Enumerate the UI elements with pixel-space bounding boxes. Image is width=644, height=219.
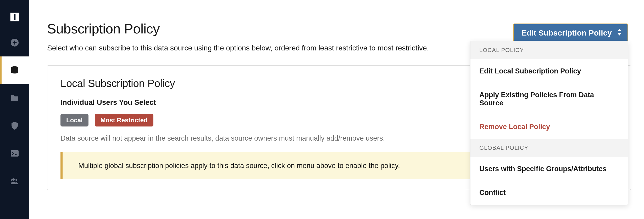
shield-icon bbox=[10, 121, 19, 130]
logo-icon bbox=[10, 12, 19, 22]
menu-item-users-groups[interactable]: Users with Specific Groups/Attributes bbox=[470, 157, 628, 181]
menu-item-remove-local[interactable]: Remove Local Policy bbox=[470, 115, 628, 139]
alert-text: Multiple global subscription policies ap… bbox=[78, 162, 400, 170]
sidebar-item-folder[interactable] bbox=[0, 84, 29, 112]
folder-icon bbox=[10, 93, 19, 103]
sidebar-item-database[interactable] bbox=[0, 56, 29, 84]
dropdown-button-label: Edit Subscription Policy bbox=[521, 28, 612, 37]
sidebar-item-terminal[interactable] bbox=[0, 140, 29, 167]
svg-point-6 bbox=[15, 179, 17, 181]
edit-subscription-policy-button[interactable]: Edit Subscription Policy bbox=[513, 24, 628, 42]
sidebar bbox=[0, 0, 29, 219]
svg-rect-1 bbox=[14, 14, 16, 20]
sidebar-logo[interactable] bbox=[0, 5, 29, 29]
sort-icon bbox=[617, 28, 622, 37]
badge-local: Local bbox=[60, 114, 88, 126]
sidebar-item-shield[interactable] bbox=[0, 112, 29, 140]
menu-item-apply-existing[interactable]: Apply Existing Policies From Data Source bbox=[470, 83, 628, 115]
terminal-icon bbox=[10, 149, 19, 158]
svg-point-7 bbox=[11, 179, 12, 181]
users-icon bbox=[10, 176, 19, 186]
sidebar-item-users[interactable] bbox=[0, 167, 29, 195]
menu-header-local: LOCAL POLICY bbox=[470, 41, 628, 59]
menu-item-edit-local[interactable]: Edit Local Subscription Policy bbox=[470, 59, 628, 83]
database-icon bbox=[10, 66, 19, 75]
plus-circle-icon bbox=[10, 38, 19, 47]
dropdown-menu: LOCAL POLICY Edit Local Subscription Pol… bbox=[470, 41, 628, 205]
badge-most-restricted: Most Restricted bbox=[95, 114, 153, 126]
svg-rect-4 bbox=[11, 150, 19, 157]
menu-item-conflict[interactable]: Conflict bbox=[470, 181, 628, 205]
sidebar-item-add[interactable] bbox=[0, 29, 29, 56]
menu-header-global: GLOBAL POLICY bbox=[470, 139, 628, 157]
svg-point-5 bbox=[12, 178, 15, 181]
